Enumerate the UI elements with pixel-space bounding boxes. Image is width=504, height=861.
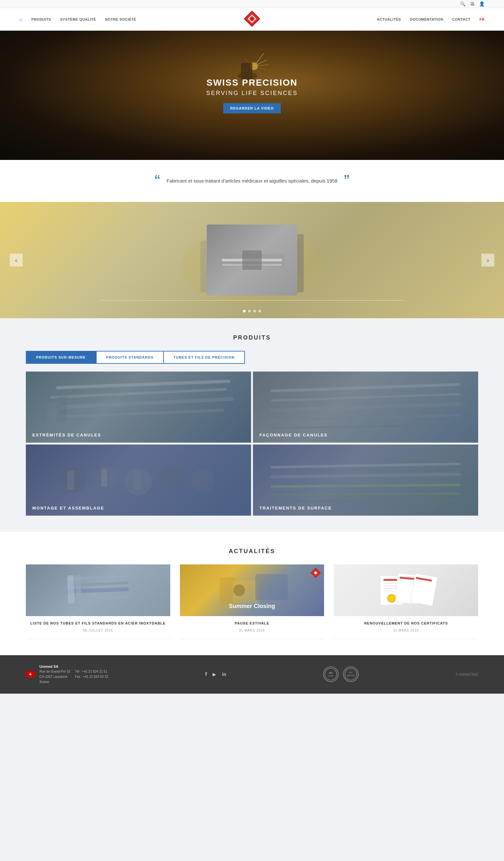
svg-rect-22 bbox=[242, 250, 262, 270]
nav-left: ⌂ PRODUITS SYSTÈME QUALITÉ NOTRE SOCIÉTÉ bbox=[19, 16, 136, 22]
svg-text:13485: 13485 bbox=[328, 675, 333, 677]
logo[interactable] bbox=[243, 10, 261, 29]
footer-company-info: Unimed SA Rue de Grand-Pré 10 CH-1007 La… bbox=[39, 664, 70, 685]
product-label-2: FAÇONNAGE DE CANULES bbox=[253, 427, 334, 442]
tab-tubes-fils[interactable]: TUBES ET FILS DE PRÉCISION bbox=[164, 352, 244, 363]
svg-point-66 bbox=[388, 594, 395, 602]
hero-section: SWISS PRECISION SERVING LIFE SCIENCES RE… bbox=[0, 31, 504, 160]
carousel-dot-2[interactable] bbox=[248, 310, 251, 312]
tab-sur-mesure[interactable]: PRODUITS SUR-MESURE bbox=[27, 352, 96, 363]
products-section: PRODUITS PRODUITS SUR-MESURE PRODUITS ST… bbox=[0, 318, 504, 532]
nav-right: ACTUALITÉS DOCUMENTATION CONTACT FR bbox=[377, 17, 485, 21]
svg-rect-58 bbox=[255, 574, 288, 600]
badge-quality: ISO 13485 bbox=[323, 667, 339, 682]
news-image-1 bbox=[26, 564, 170, 616]
svg-rect-69 bbox=[410, 573, 437, 606]
news-card-2[interactable]: Summer Closing PAUSE ESTIVALE 31 MARS 20… bbox=[180, 564, 324, 639]
svg-text:SGS: SGS bbox=[349, 672, 353, 674]
carousel-slide bbox=[207, 224, 297, 296]
product-card-montage[interactable]: MONTAGE ET ASSEMBLAGE bbox=[26, 445, 251, 516]
facebook-icon[interactable]: f bbox=[205, 671, 207, 677]
badge-cert: SGS CERTIFIED bbox=[343, 667, 359, 682]
carousel-dot-4[interactable] bbox=[258, 310, 261, 312]
news-image-2: Summer Closing bbox=[180, 564, 324, 616]
news-image-3 bbox=[334, 564, 478, 616]
footer-left: Unimed SA Rue de Grand-Pré 10 CH-1007 La… bbox=[26, 664, 108, 685]
news-summer-label: Summer Closing bbox=[229, 603, 275, 610]
footer-contact: Tél : +41 21 624 21 51 Fax : +41 21 624 … bbox=[75, 669, 108, 680]
nav-actualites[interactable]: ACTUALITÉS bbox=[377, 17, 401, 21]
news-title-3: RENOUVELLEMENT DE NOS CERTIFICATS bbox=[334, 620, 478, 626]
products-tabs: PRODUITS SUR-MESURE PRODUITS STANDARDS T… bbox=[26, 351, 478, 364]
svg-rect-65 bbox=[383, 591, 395, 591]
carousel-dots bbox=[243, 310, 261, 312]
svg-point-71 bbox=[325, 668, 337, 680]
news-section: ACTUALITÉS LISTE DE NOS TUBES ET FILS ST… bbox=[0, 532, 504, 655]
nav-lang[interactable]: FR bbox=[479, 17, 485, 21]
hero-title: SWISS PRECISION bbox=[206, 78, 298, 88]
footer-company-name: Unimed SA bbox=[39, 664, 70, 669]
product-card-faconnage[interactable]: FAÇONNAGE DE CANULES bbox=[253, 371, 478, 442]
carousel-progress-line bbox=[101, 300, 403, 300]
quote-mark-right: ” bbox=[344, 173, 349, 189]
quote-text: Fabricant et sous-traitant d'articles mé… bbox=[167, 177, 338, 185]
hero-video-button[interactable]: REGARDER LA VIDÉO bbox=[223, 103, 281, 113]
tab-standards[interactable]: PRODUITS STANDARDS bbox=[96, 352, 164, 363]
product-label-1: EXTRÉMITÉS DE CANULES bbox=[26, 427, 108, 442]
hero-subtitle: SERVING LIFE SCIENCES bbox=[206, 90, 298, 97]
footer-address: Rue de Grand-Pré 10 CH-1007 Lausanne Sui… bbox=[39, 669, 70, 685]
footer: Unimed SA Rue de Grand-Pré 10 CH-1007 La… bbox=[0, 655, 504, 694]
news-title-1: LISTE DE NOS TUBES ET FILS STANDARDS EN … bbox=[26, 620, 170, 626]
news-card-3[interactable]: RENOUVELLEMENT DE NOS CERTIFICATS 31 MAR… bbox=[334, 564, 478, 639]
nav-produits[interactable]: PRODUITS bbox=[31, 17, 51, 21]
carousel-dot-3[interactable] bbox=[253, 310, 256, 312]
quote-mark-left: “ bbox=[155, 173, 160, 189]
nav-qualite[interactable]: SYSTÈME QUALITÉ bbox=[60, 17, 96, 21]
home-icon[interactable]: ⌂ bbox=[19, 16, 22, 22]
news-title-2: PAUSE ESTIVALE bbox=[180, 620, 324, 626]
news-date-2: 31 MARS 2016 bbox=[180, 629, 324, 632]
user-icon[interactable]: 👤 bbox=[479, 1, 485, 6]
footer-badges: ISO 13485 SGS CERTIFIED bbox=[323, 667, 359, 682]
nav-contact[interactable]: CONTACT bbox=[452, 17, 471, 21]
footer-flag bbox=[26, 671, 35, 678]
product-label-3: MONTAGE ET ASSEMBLAGE bbox=[26, 501, 111, 516]
news-date-1: 08 JUILLET 2016 bbox=[26, 629, 170, 632]
products-title: PRODUITS bbox=[26, 334, 478, 341]
product-card-extremites[interactable]: EXTRÉMITÉS DE CANULES bbox=[26, 371, 251, 442]
nav-documentation[interactable]: DOCUMENTATION bbox=[410, 17, 443, 21]
hero-content: SWISS PRECISION SERVING LIFE SCIENCES RE… bbox=[206, 78, 298, 113]
svg-marker-52 bbox=[75, 575, 81, 603]
footer-social: f ▶ in bbox=[205, 671, 226, 677]
news-date-3: 31 MARS 2016 bbox=[334, 629, 478, 632]
search-icon[interactable]: 🔍 bbox=[460, 1, 465, 6]
footer-copyright: © Unimed 2015 bbox=[455, 673, 478, 676]
youtube-icon[interactable]: ▶ bbox=[213, 672, 216, 677]
svg-rect-63 bbox=[383, 585, 396, 586]
svg-point-74 bbox=[345, 668, 357, 680]
svg-marker-51 bbox=[67, 575, 74, 604]
product-label-4: TRAITEMENTS DE SURFACE bbox=[253, 501, 338, 516]
svg-text:ISO: ISO bbox=[329, 672, 333, 674]
svg-rect-64 bbox=[383, 588, 398, 589]
news-title: ACTUALITÉS bbox=[26, 548, 478, 555]
main-header: ⌂ PRODUITS SYSTÈME QUALITÉ NOTRE SOCIÉTÉ… bbox=[0, 8, 504, 31]
top-icon-bar: 🔍 🖶 👤 bbox=[0, 0, 504, 8]
products-grid: EXTRÉMITÉS DE CANULES FAÇONNAGE DE CANUL… bbox=[26, 371, 478, 516]
linkedin-icon[interactable]: in bbox=[222, 672, 226, 677]
carousel-next-button[interactable]: › bbox=[481, 254, 494, 266]
svg-line-5 bbox=[254, 53, 264, 66]
svg-text:CERTIFIED: CERTIFIED bbox=[347, 675, 355, 676]
carousel-section: ‹ › bbox=[0, 202, 504, 318]
nav-societe[interactable]: NOTRE SOCIÉTÉ bbox=[105, 17, 136, 21]
news-grid: LISTE DE NOS TUBES ET FILS STANDARDS EN … bbox=[26, 564, 478, 639]
quote-section: “ Fabricant et sous-traitant d'articles … bbox=[0, 160, 504, 202]
carousel-prev-button[interactable]: ‹ bbox=[10, 254, 23, 266]
print-icon[interactable]: 🖶 bbox=[470, 1, 475, 6]
svg-point-59 bbox=[233, 585, 245, 596]
carousel-dot-1[interactable] bbox=[243, 310, 246, 312]
product-card-traitements[interactable]: TRAITEMENTS DE SURFACE bbox=[253, 445, 478, 516]
news-card-1[interactable]: LISTE DE NOS TUBES ET FILS STANDARDS EN … bbox=[26, 564, 170, 639]
